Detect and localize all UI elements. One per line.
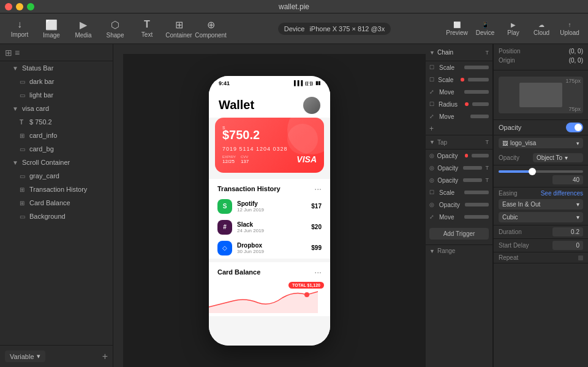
transaction-spotify: S Spotify 12 Jun 2019 $17 [209,196,330,217]
import-icon: ↓ [17,19,22,30]
balance-more-icon: ··· [314,267,322,277]
origin-label: Origin [499,57,515,64]
cubic-dropdown[interactable]: Cubic ▾ [499,212,583,222]
layer-scroll-container[interactable]: ▼ Scroll Container [0,156,113,169]
image-icon: ⬜ [45,19,58,31]
layer-background[interactable]: ▭ Background [0,210,113,223]
layer-visa-card[interactable]: ▼ visa card [0,102,113,115]
card-cvv: CVV 137 [241,155,249,164]
add-variable-button[interactable]: + [102,351,108,362]
transaction-slack: # Slack 24 Jun 2019 $20 [209,217,330,238]
logo-select[interactable]: 🖼 logo_visa ▾ [499,138,583,148]
opacity-type-row: Opacity Object To ▾ [494,151,588,165]
layer-card-bg[interactable]: ▭ card_bg [0,142,113,156]
text-icon: T [144,19,150,30]
cvv-label: CVV [241,155,249,159]
media-tool[interactable]: ▶ Media [69,16,98,42]
close-button[interactable] [5,3,12,10]
play-tool[interactable]: ▶ Play [500,16,527,42]
rect-icon: ▭ [20,213,27,220]
layer-card-info[interactable]: ⊞ card_info [0,129,113,142]
window-title: wallet.pie [279,2,309,11]
add-icon: + [429,124,434,133]
repeat-checkbox[interactable] [578,255,583,260]
easing-type-dropdown[interactable]: Ease In & Out ▾ [499,199,583,210]
preview-box: 175px 75px [499,77,583,113]
layer-light-bar[interactable]: ▭ light bar [0,88,113,102]
more-icon: ··· [314,184,322,194]
text-tool[interactable]: T Text [132,16,162,42]
transaction-title: Transaction History [217,185,281,192]
anim-bar [470,115,489,118]
minimize-button[interactable] [16,3,23,10]
canvas[interactable]: 9:41 ▐▐▐ ((·)) ▮▮ Wallet $ $7 [113,44,426,367]
tap-label: Tap [437,139,447,146]
repeat-label: Repeat [499,254,518,261]
component-tool[interactable]: ⊕ Component [196,16,225,42]
preview-tool[interactable]: ⬜ Preview [443,16,470,42]
anim-move-1[interactable]: ⤢ Move [426,86,492,98]
shape-label: Shape [107,32,124,39]
device-selector[interactable]: Device iPhone X 375 × 812 @3x [278,23,391,35]
opacity-icon: ◎ [429,202,437,208]
phone-time: 9:41 [219,80,230,86]
start-delay-value[interactable]: 0 [552,241,583,250]
layer-750[interactable]: T $ 750.2 [0,115,113,129]
image-icon: 🖼 [502,140,508,146]
tap-opacity-1[interactable]: ◎ Opacity [426,149,492,162]
tap-move[interactable]: ⤢ Move [426,211,492,223]
opacity-dropdown[interactable]: Object To ▾ [533,153,583,162]
component-icon: ⊕ [207,19,215,31]
opacity-toggle[interactable] [566,123,583,132]
expiry-label: EXPIRY [222,155,236,159]
position-row: Position (0, 0) [499,48,583,55]
user-avatar [303,97,320,114]
upload-tool[interactable]: ↑ Upload [556,16,583,42]
wallet-title: Wallet [219,98,254,112]
chain-header: ▼ Chain T [426,44,492,61]
dropbox-date: 30 Jun 2019 [237,249,306,254]
duration-value[interactable]: 0.2 [552,227,583,236]
card-expiry: EXPIRY 12/25 [222,155,236,164]
anim-radius[interactable]: ☐ Radius [426,98,492,110]
see-differences-link[interactable]: See differences [541,190,583,197]
image-tool[interactable]: ⬜ Image [37,16,66,42]
anim-bar [463,166,481,170]
dropbox-name: Dropbox [237,242,306,249]
anim-move-2[interactable]: ⤢ Move [426,110,492,123]
cloud-tool[interactable]: ☁ Cloud [528,16,555,42]
play-icon: ▶ [511,21,516,28]
maximize-button[interactable] [27,3,34,10]
anim-bar [464,66,489,69]
chevron-down-icon: ▼ [12,105,20,112]
position-section: Position (0, 0) Origin (0, 0) [494,44,588,70]
opacity-slider[interactable] [499,170,583,173]
duration-row: Duration 0.2 [494,225,588,239]
import-tool[interactable]: ↓ Import [5,16,34,42]
add-trigger-button[interactable]: Add Trigger [429,228,489,240]
device-tool[interactable]: 📱 Device [472,16,499,42]
tap-scale[interactable]: ☐ Scale [426,186,492,199]
window-controls[interactable] [5,3,34,10]
anim-scale-2[interactable]: ☐ Scale [426,74,492,86]
shape-tool[interactable]: ⬡ Shape [100,16,130,42]
spotify-name: Spotify [237,200,306,207]
variable-button[interactable]: Variable ▾ [5,350,45,362]
layer-dark-bar[interactable]: ▭ dark bar [0,75,113,88]
layer-status-bar[interactable]: ▼ Status Bar [0,61,113,75]
image-label: Image [43,32,60,39]
slider-knob[interactable] [529,168,536,175]
tap-opacity-3[interactable]: ◎ Opacity T [426,174,492,186]
tap-opacity-4[interactable]: ◎ Opacity [426,199,492,211]
anim-add[interactable]: + [426,123,492,135]
layer-gray-card[interactable]: ▭ gray_card [0,169,113,183]
layer-card-balance[interactable]: ⊞ Card Balance [0,196,113,210]
tap-opacity-2[interactable]: ◎ Opacity T [426,162,492,174]
anim-bar [468,78,489,81]
container-tool[interactable]: ⊞ Container [164,16,194,42]
balance-chart: TOTAL $1,120 [209,279,330,316]
anim-scale-1[interactable]: ☐ Scale [426,61,492,74]
device-label2: Device [476,29,495,36]
properties-panel: Position (0, 0) Origin (0, 0) 175px 75px… [493,44,588,367]
layer-transaction-history[interactable]: ⊞ Transaction History [0,183,113,196]
